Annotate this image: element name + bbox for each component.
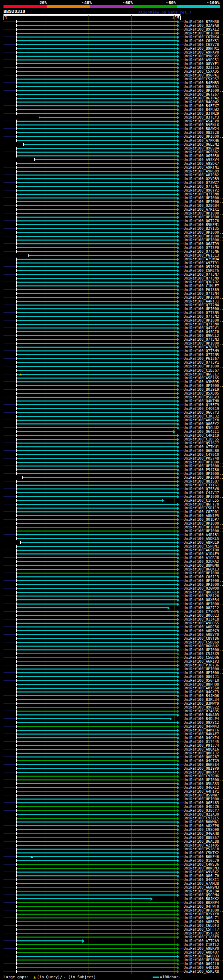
hit-arrow-icon — [177, 93, 180, 96]
subject-overhang-right — [180, 259, 184, 259]
subject-label: UniRef100_UPI000.. — [184, 908, 223, 912]
subject-overhang-left — [3, 733, 16, 734]
hit-bar — [17, 634, 177, 635]
subject-overhang-left — [3, 687, 16, 688]
hit-arrow-icon — [177, 966, 180, 970]
hit-bar — [17, 519, 177, 520]
subject-label: UniRef100_C9ZZL5 — [184, 816, 219, 820]
hit-bar — [17, 59, 177, 60]
hit-bar — [17, 535, 177, 535]
subject-overhang-right — [180, 749, 184, 749]
subject-overhang-left — [3, 328, 16, 328]
subject-label: UniRef100_O82528 — [184, 131, 219, 135]
subject-label: UniRef100_C4Y6C0 — [184, 453, 219, 457]
hit-arrow-icon — [177, 698, 180, 702]
hit-bar — [17, 795, 177, 796]
hit-bar — [17, 316, 177, 317]
hit-bar — [17, 649, 177, 651]
hit-arrow-icon — [177, 863, 180, 866]
hit-bar — [17, 220, 177, 221]
subject-overhang-right — [180, 595, 184, 596]
subject-overhang-right — [180, 37, 184, 37]
subject-label: UniRef100_B4G0W2 — [184, 100, 219, 104]
subject-overhang-left — [3, 603, 16, 604]
hit-arrow-icon — [177, 947, 180, 950]
hit-arrow-icon — [177, 851, 180, 855]
hit-bar — [22, 477, 177, 478]
subject-overhang-left — [3, 756, 16, 757]
hit-arrow-icon — [177, 369, 180, 372]
hit-arrow-icon — [177, 200, 180, 204]
subject-label: UniRef100_A2I405 — [184, 843, 219, 847]
hit-arrow-icon — [177, 434, 180, 438]
hit-arrow-icon — [177, 625, 180, 629]
subject-label: UniRef100_A9SDK7 — [184, 162, 219, 165]
subject-label: UniRef100_A8QAI6 — [184, 748, 219, 751]
subject-overhang-left — [3, 105, 16, 106]
hit-arrow-icon — [177, 491, 180, 495]
subject-overhang-left — [3, 825, 16, 826]
hit-arrow-icon — [177, 637, 180, 640]
subject-label: UniRef100_UPI000.. — [184, 571, 223, 575]
hit-bar — [17, 458, 177, 459]
subject-overhang-left — [3, 772, 16, 772]
subject-label: UniRef100_Q8ISQ7 — [184, 479, 219, 483]
hit-arrow-icon — [177, 629, 180, 633]
subject-overhang-right — [180, 825, 184, 826]
hit-bar — [17, 167, 177, 168]
hit-arrow-icon — [177, 916, 180, 920]
subject-overhang-right — [180, 902, 184, 903]
subject-overhang-right — [180, 496, 184, 497]
hit-arrow-icon — [177, 878, 180, 881]
subject-overhang-left — [3, 121, 16, 121]
hit-bar — [17, 756, 177, 757]
hit-arrow-icon — [177, 889, 180, 893]
subject-overhang-left — [3, 642, 16, 643]
subject-overhang-left — [3, 527, 16, 527]
subject-label: UniRef100_B4DLP4 — [184, 717, 219, 721]
subject-overhang-left — [3, 29, 16, 30]
hit-arrow-icon — [177, 196, 180, 200]
hit-bar — [17, 745, 177, 746]
hit-arrow-icon — [177, 261, 180, 265]
hit-arrow-icon — [177, 357, 180, 361]
subject-label: UniRef100_B0WMA1 — [184, 820, 219, 824]
hit-arrow-icon — [177, 522, 180, 525]
hit-arrow-icon — [177, 583, 180, 587]
hit-bar — [17, 752, 177, 754]
subject-overhang-left — [3, 175, 16, 175]
subject-overhang-right — [180, 879, 184, 880]
subject-overhang-right — [180, 810, 184, 811]
subject-overhang-right — [180, 458, 184, 458]
subject-overhang-left — [3, 918, 16, 918]
hit-arrow-icon — [177, 461, 180, 464]
subject-overhang-right — [180, 580, 184, 581]
subject-overhang-left — [3, 703, 16, 704]
hit-bar — [17, 868, 177, 869]
hit-bar — [17, 83, 177, 83]
hit-bar — [17, 883, 177, 884]
hit-arrow-icon — [177, 59, 180, 62]
hit-bar — [17, 722, 177, 723]
subject-overhang-right — [180, 59, 184, 60]
hit-arrow-icon — [177, 158, 180, 162]
alignment-plot: UniRef100_B7FH38UniRef100_Q2A9A8UniRef10… — [0, 0, 223, 974]
subject-overhang-right — [180, 312, 184, 313]
subject-label: UniRef100_P61369 — [184, 288, 219, 292]
hit-bar — [17, 711, 177, 712]
hit-arrow-icon — [177, 622, 180, 625]
hit-bar — [17, 699, 177, 700]
hit-arrow-icon — [177, 227, 180, 231]
hit-bar — [17, 841, 177, 842]
subject-overhang-right — [180, 872, 184, 872]
hit-bar — [17, 266, 177, 267]
hit-bar — [17, 309, 177, 309]
hit-arrow-icon — [177, 763, 180, 767]
hit-arrow-icon — [177, 729, 180, 732]
hit-arrow-icon — [177, 216, 180, 219]
hit-arrow-icon — [177, 300, 180, 303]
hit-bar — [17, 29, 177, 30]
hit-bar — [17, 692, 177, 692]
hit-bar — [17, 783, 177, 784]
hit-bar — [17, 423, 177, 425]
